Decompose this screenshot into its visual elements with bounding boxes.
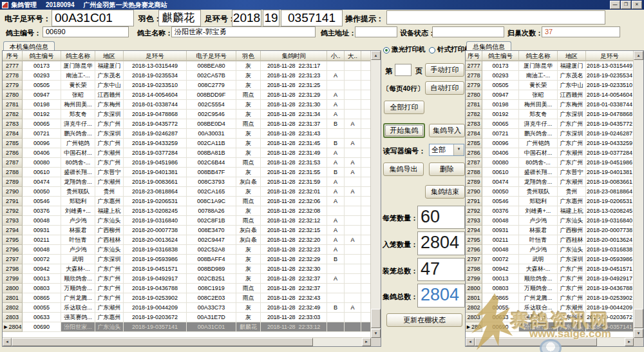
table-row[interactable]: 280000803万顺鸽舍...广东广州2018-19-0436788008C1… [3,284,371,293]
cell[interactable]: 郑聪利 [519,197,558,206]
cell[interactable]: 万顺鸽舍... [519,284,558,293]
scroll-up-icon[interactable]: ▲ [371,51,381,60]
cell[interactable]: A [327,71,345,81]
cell[interactable]: 2018-19-0316838 [124,245,187,255]
row-seq[interactable]: 2798 [466,264,482,274]
cell[interactable]: 广东广州 [558,293,586,303]
table-row[interactable]: 278200192郑友奇广东深圳2018-19-0478868002C9546灰… [3,110,371,119]
cell[interactable]: 雨点 [236,119,261,129]
table-row[interactable]: 278900474龙翔鸽舍...广东潮州2018-19-0083661 [466,177,634,187]
cell[interactable]: 2018-19-0451986 [124,158,187,168]
table-row[interactable]: 279400931林振君广西柳州2018-20-0007738 [466,226,634,235]
cell[interactable]: 2018-11-28 22:31:29 [261,90,327,100]
cell[interactable]: 008BAFF4 [187,255,236,264]
cell[interactable]: 008BA81B [187,148,236,158]
cell[interactable]: 2018-11-28 22:32:49 [261,303,327,313]
table-row[interactable]: 280300633强英赛鸽...广东惠州2018-19-0203672 [466,313,634,322]
cell[interactable]: 00A33C73 [187,303,236,313]
cell[interactable] [361,303,371,313]
cell[interactable] [345,197,361,206]
column-header[interactable]: 序号 [466,51,482,61]
column-header[interactable]: 小.. [327,51,345,61]
row-seq[interactable]: 2786 [3,148,23,158]
cell[interactable]: 鹏兴鸽舍... [519,129,558,139]
cell[interactable]: 张昭 [519,90,558,100]
cell[interactable]: 002C9447 [187,235,236,245]
cell[interactable]: B [327,255,345,264]
table-row[interactable]: 278200192郑友奇广东深圳2018-19-0478868 [466,110,634,119]
cell[interactable] [327,293,345,303]
cell[interactable] [361,216,371,226]
cell[interactable]: 2018-11-28 22:31:23 [261,71,327,81]
chevron-down-icon[interactable]: ▼ [453,144,464,155]
table-row[interactable]: 279700072武明广东深圳2018-19-0593986008BAFF4灰2… [3,255,371,264]
cell[interactable]: 2018-19-0206531 [124,197,187,206]
cell[interactable]: A [327,177,345,187]
row-seq[interactable]: 2802 [466,303,482,313]
cell[interactable]: 00A31C01 [187,322,236,332]
cell[interactable]: 2018-11-28 22:32:01 [261,187,327,197]
cell[interactable] [345,226,361,235]
cell[interactable]: 008BE0D4 [187,119,236,129]
cell[interactable] [361,226,371,235]
cell[interactable]: 广东普宁 [558,168,586,177]
column-header[interactable]: 地区 [558,51,586,61]
cell[interactable] [345,100,361,110]
cell[interactable]: 2018-11-28 22:31:34 [261,110,327,119]
cell[interactable]: 雨点 [236,90,261,100]
cell[interactable] [327,313,345,322]
owner-name-field[interactable]: 汾阳世家-郭宝勇 [171,26,316,37]
cell[interactable]: 00293 [482,71,519,81]
cage-qty-field[interactable]: 60 [417,206,465,229]
cell[interactable] [345,245,361,255]
cell[interactable] [327,61,345,71]
cell[interactable]: A [327,90,345,100]
row-seq[interactable]: 2801 [3,293,23,303]
cell[interactable]: 顺欣鸽舍... [61,274,95,284]
cell[interactable]: 卢少鸿 [61,216,95,226]
cell[interactable]: 2018-19-0246287 [124,129,187,139]
cell[interactable]: B [327,168,345,177]
cell[interactable]: 2018-19-0235534 [586,71,634,81]
cell[interactable] [345,255,361,264]
cell[interactable]: 广东潮州 [95,177,124,187]
row-seq[interactable]: 2784 [466,129,482,139]
cell[interactable]: 广东潮州 [558,303,586,313]
collect-total-field[interactable]: 2804 [417,284,465,308]
row-seq[interactable]: 2785 [466,139,482,148]
cell[interactable]: 2018-19-0203672 [586,313,634,322]
delete-button[interactable]: 删除 [429,162,465,176]
cell[interactable]: 008C1919 [187,284,236,293]
cell[interactable]: 雨点 [236,158,261,168]
row-seq[interactable]: 2777 [3,61,23,71]
scroll-down-icon[interactable]: ▼ [634,329,643,338]
cell[interactable]: 008BEA80 [187,61,236,71]
table-row[interactable]: 279700072武明广东深圳2018-19-0593986 [466,255,634,264]
cell[interactable]: 00080 [23,158,61,168]
table-row[interactable]: 278000947张昭江西赣州2018-14-0054604 [466,90,634,100]
cell[interactable]: 郑友奇 [61,110,95,119]
row-seq[interactable]: 2782 [466,110,482,119]
column-header[interactable]: 鸽主编号 [482,51,519,61]
cell[interactable]: 广西柳州 [558,226,586,235]
column-header[interactable]: 鸽主名称 [519,51,558,61]
row-seq[interactable]: 2777 [466,61,482,71]
row-seq[interactable]: ►2804 [3,322,23,332]
homing-count-field[interactable]: 37 [542,26,620,37]
table-row[interactable]: 280300633强英赛鸽...广东惠州2018-19-020367200A31… [3,313,371,322]
cell[interactable]: 龙翔鸽舍... [519,177,558,187]
cell[interactable]: 00942 [482,264,519,274]
cell[interactable]: 2018-11-28 22:31:25 [261,81,327,90]
row-seq[interactable]: 2790 [466,187,482,197]
cell[interactable]: 广东汕头 [95,245,124,255]
cell[interactable]: 强英赛鸽... [519,313,558,322]
left-horizontal-scrollbar[interactable]: ◄ ► [3,337,371,346]
cell[interactable]: 00048 [482,245,519,255]
cell[interactable]: 2018-13-0315449 [586,61,634,71]
cell[interactable]: A [327,197,345,206]
cell[interactable]: 福建厦门 [95,61,124,71]
table-row[interactable]: 277900505黄长荣广东中山2018-19-0233510008C2779灰… [3,81,371,90]
cell[interactable]: 002C52A8 [187,245,236,255]
table-row[interactable]: ►280400690汾阳世家...广东汕头2018-19-035714100A3… [3,322,371,332]
table-row[interactable]: 279200376刘雄勇+...福建上杭2018-13-0208245 [466,206,634,216]
